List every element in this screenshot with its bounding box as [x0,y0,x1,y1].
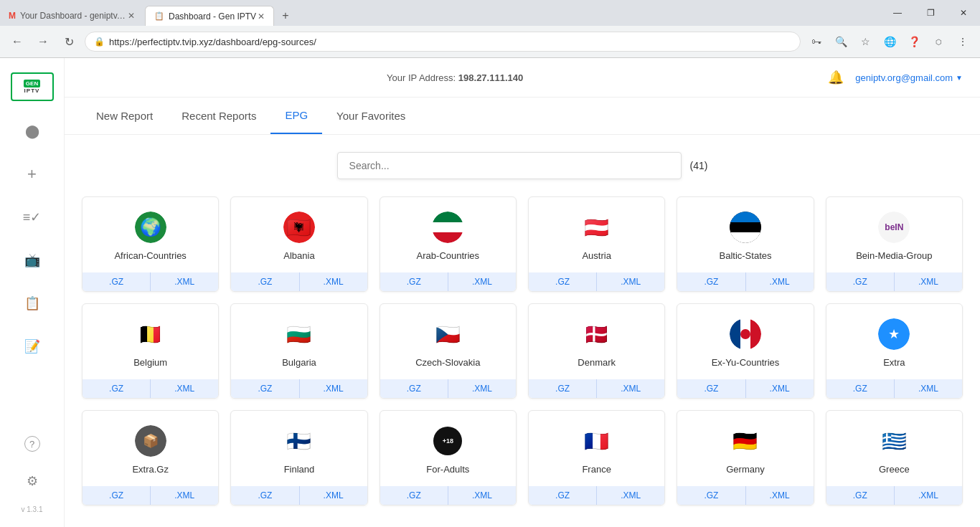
epg-xml-btn-ex-yu-countries[interactable]: .XML [746,379,814,398]
epg-gz-btn-germany[interactable]: .GZ [677,486,745,505]
forward-button[interactable]: → [33,32,53,52]
epg-gz-btn-bein-media-group[interactable]: .GZ [826,272,895,291]
new-tab-button[interactable]: + [275,6,296,26]
epg-gz-btn-arab-countries[interactable]: .GZ [380,272,448,291]
sidebar-item-add[interactable]: + [19,161,45,187]
epg-card-denmark: 🇩🇰 Denmark .GZ .XML [528,303,665,399]
epg-name-for-adults: For-Adults [426,464,469,475]
epg-card-body-bein-media-group: beIN Bein-Media-Group [826,197,962,272]
epg-xml-btn-bulgaria[interactable]: .XML [300,379,367,398]
epg-gz-btn-albania[interactable]: .GZ [231,272,299,291]
epg-name-france: France [582,464,611,475]
star-icon[interactable]: ☆ [855,32,875,52]
epg-flag-for-adults: +18 [432,425,463,457]
epg-gz-btn-czech-slovakia[interactable]: .GZ [380,379,448,398]
epg-gz-btn-baltic-states[interactable]: .GZ [677,272,745,291]
minimize-button[interactable]: — [881,0,914,26]
epg-xml-btn-arab-countries[interactable]: .XML [448,272,516,291]
epg-name-belgium: Belgium [133,357,167,368]
search-input[interactable] [337,152,682,179]
tab-new-report[interactable]: New Report [82,98,167,133]
tab-close-geniptv[interactable]: ✕ [258,11,265,22]
epg-gz-btn-france[interactable]: .GZ [529,486,597,505]
epg-flag-arab-countries [432,212,463,243]
maximize-button[interactable]: ❐ [914,0,947,26]
epg-card-body-finland: 🇫🇮 Finland [231,411,367,486]
epg-xml-btn-african-countries[interactable]: .XML [151,272,218,291]
epg-flag-greece: 🇬🇷 [878,425,910,457]
epg-gz-btn-african-countries[interactable]: .GZ [83,272,151,291]
lock-icon: 🔒 [94,37,105,47]
epg-xml-btn-germany[interactable]: .XML [746,486,814,505]
epg-name-denmark: Denmark [578,357,616,368]
epg-card-bein-media-group: beIN Bein-Media-Group .GZ .XML [826,196,963,292]
epg-xml-btn-greece[interactable]: .XML [895,486,962,505]
epg-flag-bulgaria: 🇧🇬 [283,318,315,350]
refresh-button[interactable]: ↻ [59,32,79,52]
epg-grid: 🌍 African-Countries .GZ .XML 🇦🇱 Albania … [65,196,980,523]
epg-xml-btn-for-adults[interactable]: .XML [448,486,516,505]
tab-epg[interactable]: EPG [270,98,322,134]
epg-xml-btn-baltic-states[interactable]: .XML [746,272,814,291]
translate-icon[interactable]: 🌐 [880,32,900,52]
sidebar-item-clipboard[interactable]: 📋 [19,290,45,316]
browser-tab-gmail[interactable]: M Your Dashboard - geniptv.org@g... ✕ [0,6,143,26]
sidebar-item-notes[interactable]: 📝 [19,333,45,359]
epg-xml-btn-czech-slovakia[interactable]: .XML [448,379,516,398]
epg-gz-btn-for-adults[interactable]: .GZ [380,486,448,505]
epg-gz-btn-extra-gz[interactable]: .GZ [83,486,151,505]
epg-xml-btn-austria[interactable]: .XML [597,272,664,291]
user-email[interactable]: geniptv.org@gmail.com ▼ [855,72,963,83]
epg-gz-btn-extra[interactable]: .GZ [826,379,895,398]
add-icon: + [27,165,37,184]
epg-gz-btn-finland[interactable]: .GZ [231,486,299,505]
bell-icon[interactable]: 🔔 [828,70,844,85]
sidebar-item-tv[interactable]: 📺 [19,247,45,273]
tab-recent-reports[interactable]: Recent Reports [167,98,270,133]
epg-xml-btn-bein-media-group[interactable]: .XML [895,272,962,291]
dashboard-icon: ⬤ [25,123,39,139]
epg-card-extra-gz: 📦 Extra.Gz .GZ .XML [82,410,219,505]
epg-xml-btn-extra-gz[interactable]: .XML [151,486,218,505]
key-icon[interactable]: 🗝 [806,32,826,52]
more-icon[interactable]: ⋮ [953,32,973,52]
epg-buttons-germany: .GZ .XML [677,486,813,505]
epg-flag-african-countries: 🌍 [135,212,166,243]
epg-name-extra-gz: Extra.Gz [132,464,169,475]
epg-name-bein-media-group: Bein-Media-Group [856,250,932,261]
epg-xml-btn-belgium[interactable]: .XML [151,379,218,398]
tab-close-gmail[interactable]: ✕ [128,11,135,21]
epg-xml-btn-france[interactable]: .XML [597,486,664,505]
epg-card-african-countries: 🌍 African-Countries .GZ .XML [82,196,219,292]
epg-gz-btn-greece[interactable]: .GZ [826,486,895,505]
epg-gz-btn-bulgaria[interactable]: .GZ [231,379,299,398]
epg-xml-btn-finland[interactable]: .XML [300,486,367,505]
tab-title-geniptv: Dashboard - Gen IPTV [169,11,256,22]
address-bar[interactable]: 🔒 https://perfectiptv.tvip.xyz/dashboard… [85,32,801,52]
extensions-icon[interactable]: ⬡ [928,32,948,52]
epg-gz-btn-ex-yu-countries[interactable]: .GZ [677,379,745,398]
browser-tab-geniptv[interactable]: 📋 Dashboard - Gen IPTV ✕ [145,6,274,26]
epg-card-france: 🇫🇷 France .GZ .XML [528,410,665,505]
epg-buttons-france: .GZ .XML [529,486,664,505]
search-icon[interactable]: 🔍 [831,32,851,52]
epg-gz-btn-denmark[interactable]: .GZ [529,379,597,398]
epg-xml-btn-denmark[interactable]: .XML [597,379,664,398]
epg-buttons-belgium: .GZ .XML [83,379,218,398]
ip-info: Your IP Address: 198.27.111.140 [387,72,523,83]
tab-your-favorites[interactable]: Your Favorites [322,98,420,133]
back-button[interactable]: ← [7,32,27,52]
ip-value: 198.27.111.140 [458,72,523,83]
close-button[interactable]: ✕ [947,0,980,26]
sidebar-item-dashboard[interactable]: ⬤ [19,118,45,144]
epg-gz-btn-belgium[interactable]: .GZ [83,379,151,398]
epg-xml-btn-extra[interactable]: .XML [895,379,962,398]
sidebar-item-settings[interactable]: ⚙ [19,468,45,494]
epg-xml-btn-albania[interactable]: .XML [300,272,367,291]
epg-gz-btn-austria[interactable]: .GZ [529,272,597,291]
help-extension-icon[interactable]: ❓ [904,32,924,52]
epg-card-arab-countries: Arab-Countries .GZ .XML [380,196,517,292]
epg-card-body-arab-countries: Arab-Countries [380,197,516,272]
sidebar-item-help[interactable]: ? [19,431,45,457]
sidebar-item-list[interactable]: ≡✓ [19,204,45,230]
